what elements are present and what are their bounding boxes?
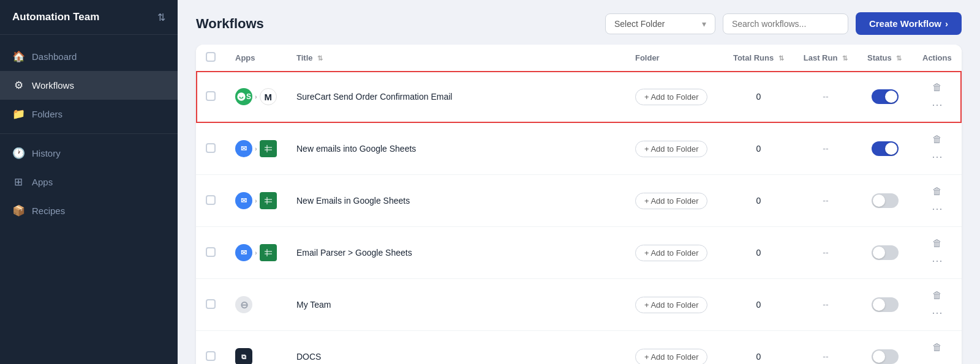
table-row: ⧉ DOCS + Add to Folder 0 -- 🗑 ⋯ (196, 331, 962, 364)
last-run-value: -- (823, 352, 828, 362)
col-header-title[interactable]: Title ⇅ (287, 45, 625, 71)
email-icon: ✉ (235, 140, 252, 157)
page-title: Workflows (196, 16, 264, 32)
more-options-button[interactable]: ⋯ (929, 251, 945, 270)
more-options-button[interactable]: ⋯ (929, 355, 945, 364)
sidebar-label-dashboard: Dashboard (32, 51, 77, 62)
row-title-cell: DOCS (287, 331, 625, 364)
app-icons-cell: S ›M (235, 88, 277, 105)
add-to-folder-button[interactable]: + Add to Folder (635, 297, 708, 313)
delete-button[interactable]: 🗑 (930, 340, 944, 355)
workflow-title: SureCart Send Order Confirmation Email (296, 92, 452, 102)
row-lastrun-cell: -- (794, 175, 858, 227)
search-input[interactable] (723, 13, 848, 34)
history-icon: 🕐 (12, 147, 24, 160)
create-workflow-button[interactable]: Create Workflow › (856, 12, 962, 35)
app-icons-cell: ✉› (235, 192, 277, 209)
sheets-icon (260, 192, 277, 209)
row-checkbox[interactable] (206, 91, 216, 101)
row-title-cell: New emails into Google Sheets (287, 123, 625, 175)
row-status-cell (858, 227, 913, 279)
row-checkbox[interactable] (206, 247, 216, 257)
row-runs-cell: 0 (723, 279, 794, 331)
row-apps-cell: ✉› (225, 175, 287, 227)
sidebar-item-folders[interactable]: 📁Folders (0, 100, 178, 128)
status-toggle[interactable] (872, 89, 899, 104)
recipes-icon: 📦 (12, 204, 24, 217)
delete-button[interactable]: 🗑 (930, 288, 944, 303)
row-checkbox[interactable] (206, 299, 216, 309)
row-title-cell: SureCart Send Order Confirmation Email (287, 71, 625, 123)
col-header-runs[interactable]: Total Runs ⇅ (723, 45, 794, 71)
status-toggle[interactable] (872, 245, 899, 260)
sort-lastrun-icon: ⇅ (842, 54, 848, 62)
delete-button[interactable]: 🗑 (930, 184, 944, 199)
row-lastrun-cell: -- (794, 71, 858, 123)
row-apps-cell: ✉› (225, 123, 287, 175)
sidebar-item-apps[interactable]: ⊞Apps (0, 168, 178, 196)
header-controls: Select Folder ▾ Create Workflow › (605, 12, 962, 35)
row-runs-cell: 0 (723, 227, 794, 279)
more-options-button[interactable]: ⋯ (929, 147, 945, 166)
last-run-value: -- (823, 300, 828, 310)
status-toggle[interactable] (872, 349, 899, 364)
row-lastrun-cell: -- (794, 227, 858, 279)
app-icons-cell: ⊖ (235, 296, 277, 313)
status-toggle[interactable] (872, 193, 899, 208)
more-options-button[interactable]: ⋯ (929, 95, 945, 114)
row-actions-cell: 🗑 ⋯ (913, 123, 962, 175)
row-status-cell (858, 71, 913, 123)
row-runs-cell: 0 (723, 175, 794, 227)
sidebar-item-dashboard[interactable]: 🏠Dashboard (0, 42, 178, 71)
row-checkbox[interactable] (206, 143, 216, 153)
delete-button[interactable]: 🗑 (930, 80, 944, 95)
row-checkbox[interactable] (206, 195, 216, 205)
sidebar-item-recipes[interactable]: 📦Recipes (0, 196, 178, 225)
table-row: ✉› New Emails in Google Sheets + Add to … (196, 175, 962, 227)
folder-select-dropdown[interactable]: Select Folder ▾ (605, 13, 715, 34)
workflow-title: My Team (296, 300, 331, 310)
col-header-folder: Folder (625, 45, 723, 71)
create-workflow-label: Create Workflow (869, 18, 941, 29)
sort-icon[interactable]: ⇅ (157, 12, 165, 23)
row-title-cell: New Emails in Google Sheets (287, 175, 625, 227)
arrow-separator: › (255, 93, 257, 100)
add-to-folder-button[interactable]: + Add to Folder (635, 141, 708, 157)
add-to-folder-button[interactable]: + Add to Folder (635, 349, 708, 365)
arrow-right-icon: › (945, 18, 948, 29)
row-actions-cell: 🗑 ⋯ (913, 331, 962, 364)
table-body: S ›M SureCart Send Order Confirmation Em… (196, 71, 962, 364)
workflow-title: Email Parser > Google Sheets (296, 248, 412, 258)
status-toggle[interactable] (872, 297, 899, 312)
row-checkbox-cell (196, 175, 225, 227)
delete-button[interactable]: 🗑 (930, 236, 944, 251)
add-to-folder-button[interactable]: + Add to Folder (635, 245, 708, 261)
main-content: Workflows Select Folder ▾ Create Workflo… (178, 0, 980, 364)
workflows-icon: ⚙ (12, 79, 24, 92)
more-options-button[interactable]: ⋯ (929, 303, 945, 322)
col-header-lastrun[interactable]: Last Run ⇅ (794, 45, 858, 71)
row-actions-cell: 🗑 ⋯ (913, 279, 962, 331)
folder-select-label: Select Folder (614, 19, 665, 29)
row-actions-cell: 🗑 ⋯ (913, 71, 962, 123)
row-folder-cell: + Add to Folder (625, 71, 723, 123)
arrow-separator: › (255, 145, 257, 152)
sidebar-item-history[interactable]: 🕐History (0, 139, 178, 168)
sidebar-label-history: History (32, 148, 61, 158)
last-run-value: -- (823, 196, 828, 206)
more-options-button[interactable]: ⋯ (929, 199, 945, 218)
add-to-folder-button[interactable]: + Add to Folder (635, 89, 708, 105)
col-header-status[interactable]: Status ⇅ (858, 45, 913, 71)
toggle-knob (873, 351, 885, 363)
sort-title-icon: ⇅ (317, 54, 323, 62)
row-status-cell (858, 279, 913, 331)
add-to-folder-button[interactable]: + Add to Folder (635, 193, 708, 209)
select-all-checkbox[interactable] (206, 52, 216, 62)
delete-button[interactable]: 🗑 (930, 132, 944, 147)
row-checkbox[interactable] (206, 351, 216, 361)
email-icon: ✉ (235, 192, 252, 209)
status-toggle[interactable] (872, 141, 899, 156)
sidebar-item-workflows[interactable]: ⚙Workflows (0, 71, 178, 100)
apps-icon: ⊞ (12, 176, 24, 188)
app-icons-cell: ✉› (235, 244, 277, 261)
